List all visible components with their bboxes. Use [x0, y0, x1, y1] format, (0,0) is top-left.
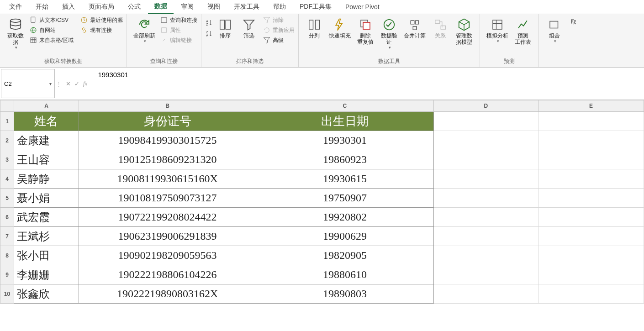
- consolidate-button[interactable]: 合并计算: [401, 16, 428, 41]
- cell[interactable]: 19930615: [256, 169, 433, 189]
- name-box[interactable]: ▾: [1, 69, 55, 98]
- clear-filter-button[interactable]: 清除: [263, 16, 295, 24]
- cell[interactable]: 金康建: [14, 131, 79, 150]
- tab-insert[interactable]: 插入: [56, 0, 81, 14]
- cell[interactable]: 身份证号: [79, 112, 256, 131]
- cell[interactable]: [433, 150, 538, 169]
- existing-connections-button[interactable]: 现有连接: [80, 26, 123, 34]
- row-header[interactable]: 3: [0, 150, 14, 169]
- sort-button[interactable]: 排序: [213, 16, 237, 41]
- cell[interactable]: 190108197509073127: [79, 189, 256, 208]
- row-header[interactable]: 8: [0, 246, 14, 265]
- flash-fill-button[interactable]: 快速填充: [326, 16, 354, 41]
- group-button[interactable]: 组合▾: [543, 16, 566, 45]
- sort-desc-icon[interactable]: ZA: [205, 30, 213, 38]
- row-header[interactable]: 7: [0, 227, 14, 246]
- col-header-B[interactable]: B: [79, 100, 256, 112]
- cell[interactable]: 出生日期: [256, 112, 433, 131]
- cell[interactable]: [538, 208, 644, 227]
- cell[interactable]: [538, 265, 644, 284]
- cell[interactable]: 19022219890803162X: [79, 284, 256, 304]
- cell[interactable]: [433, 227, 538, 246]
- cell[interactable]: 19008119930615160X: [79, 169, 256, 189]
- cell[interactable]: [433, 246, 538, 265]
- cell[interactable]: 张小田: [14, 246, 79, 265]
- from-text-csv-button[interactable]: 从文本/CSV: [29, 16, 74, 24]
- cell[interactable]: [538, 150, 644, 169]
- cell[interactable]: 姓名: [14, 112, 79, 131]
- row-header[interactable]: 10: [0, 284, 14, 304]
- name-box-input[interactable]: [1, 79, 47, 88]
- cell[interactable]: 190623199006291839: [79, 227, 256, 246]
- from-web-button[interactable]: 自网站: [29, 26, 74, 34]
- cell[interactable]: 王斌杉: [14, 227, 79, 246]
- cell[interactable]: [433, 284, 538, 304]
- cell[interactable]: 19880610: [256, 265, 433, 284]
- cell[interactable]: 190984199303015725: [79, 131, 256, 150]
- text-to-columns-button[interactable]: 分列: [302, 16, 326, 41]
- queries-connections-button[interactable]: 查询和连接: [160, 16, 197, 24]
- ungroup-button[interactable]: 取: [566, 16, 581, 27]
- row-header[interactable]: 4: [0, 169, 14, 189]
- row-header[interactable]: 6: [0, 208, 14, 227]
- cell[interactable]: 吴静静: [14, 169, 79, 189]
- cell[interactable]: 19920802: [256, 208, 433, 227]
- cell[interactable]: 李姗姗: [14, 265, 79, 284]
- cell[interactable]: [538, 112, 644, 131]
- tab-formulas[interactable]: 公式: [121, 0, 147, 14]
- cell[interactable]: 190902198209059563: [79, 246, 256, 265]
- cell[interactable]: [538, 131, 644, 150]
- reapply-button[interactable]: 重新应用: [263, 26, 295, 34]
- cell[interactable]: 19750907: [256, 189, 433, 208]
- get-data-button[interactable]: 获取数 据▾: [4, 16, 27, 52]
- tab-help[interactable]: 帮助: [267, 0, 292, 14]
- remove-duplicates-button[interactable]: 删除 重复值: [354, 16, 377, 47]
- cell[interactable]: 王山容: [14, 150, 79, 169]
- cell[interactable]: [433, 169, 538, 189]
- cell[interactable]: [433, 265, 538, 284]
- refresh-all-button[interactable]: 全部刷新▾: [131, 16, 158, 45]
- tab-pdf-tools[interactable]: PDF工具集: [293, 0, 338, 14]
- properties-button[interactable]: 属性: [160, 26, 197, 34]
- cell[interactable]: 19820905: [256, 246, 433, 265]
- filter-button[interactable]: 筛选: [237, 16, 261, 41]
- cell[interactable]: [433, 131, 538, 150]
- tab-data[interactable]: 数据: [148, 0, 174, 15]
- cancel-formula-button[interactable]: ✕: [66, 80, 71, 87]
- data-model-button[interactable]: 管理数 据模型: [452, 16, 476, 47]
- tab-home[interactable]: 开始: [29, 0, 55, 14]
- col-header-E[interactable]: E: [538, 100, 644, 112]
- from-table-range-button[interactable]: 来自表格/区域: [29, 36, 74, 44]
- advanced-filter-button[interactable]: 高级: [263, 36, 295, 44]
- cell[interactable]: [538, 189, 644, 208]
- worksheet-grid[interactable]: A B C D E 1 姓名 身份证号 出生日期 2金康建19098419930…: [0, 100, 644, 331]
- row-header[interactable]: 2: [0, 131, 14, 150]
- cell[interactable]: [433, 112, 538, 131]
- row-header[interactable]: 9: [0, 265, 14, 284]
- relationships-button[interactable]: 关系: [428, 16, 452, 41]
- row-header[interactable]: 1: [0, 112, 14, 131]
- cell[interactable]: [433, 208, 538, 227]
- select-all-corner[interactable]: [0, 100, 14, 112]
- cell[interactable]: 聂小娟: [14, 189, 79, 208]
- cell[interactable]: 19930301: [256, 131, 433, 150]
- data-validation-button[interactable]: 数据验 证▾: [377, 16, 401, 52]
- col-header-C[interactable]: C: [256, 100, 433, 112]
- cell[interactable]: [538, 227, 644, 246]
- tab-developer[interactable]: 开发工具: [227, 0, 266, 14]
- cell[interactable]: 19900629: [256, 227, 433, 246]
- tab-view[interactable]: 视图: [201, 0, 227, 14]
- cell[interactable]: 武宏霞: [14, 208, 79, 227]
- cell[interactable]: 190125198609231320: [79, 150, 256, 169]
- edit-links-button[interactable]: 编辑链接: [160, 36, 197, 44]
- tab-power-pivot[interactable]: Power Pivot: [339, 0, 386, 14]
- cell[interactable]: [538, 246, 644, 265]
- chevron-down-icon[interactable]: ▾: [47, 81, 54, 86]
- row-header[interactable]: 5: [0, 189, 14, 208]
- cell[interactable]: [433, 189, 538, 208]
- tab-page-layout[interactable]: 页面布局: [82, 0, 121, 14]
- col-header-D[interactable]: D: [433, 100, 538, 112]
- cell[interactable]: 张鑫欣: [14, 284, 79, 304]
- cell[interactable]: 19860923: [256, 150, 433, 169]
- tab-file[interactable]: 文件: [3, 0, 28, 14]
